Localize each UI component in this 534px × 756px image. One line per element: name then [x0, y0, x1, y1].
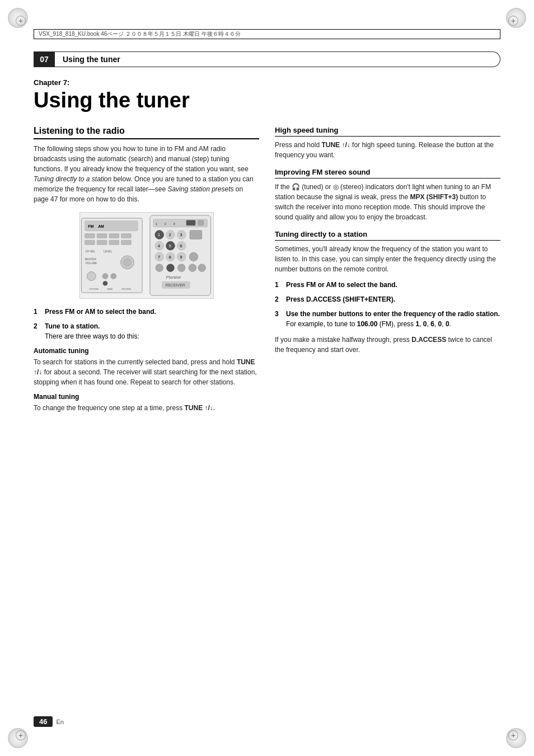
- svg-text:LEVEL: LEVEL: [104, 250, 113, 253]
- svg-point-52: [155, 264, 163, 272]
- svg-text:RETURN: RETURN: [121, 288, 131, 290]
- svg-point-53: [166, 264, 174, 272]
- step-2-num: 2: [34, 321, 41, 341]
- fm-stereo-text: If the 🎧 (tuned) or ◎ (stereo) indicator…: [275, 182, 500, 222]
- direct-step-3-content: Use the number buttons to enter the freq…: [286, 309, 500, 329]
- svg-text:1: 1: [155, 222, 157, 226]
- direct-step-1-text: Press FM or AM to select the band.: [286, 280, 397, 290]
- chapter-number: 07: [34, 51, 55, 67]
- high-speed-text: Press and hold TUNE ↑/↓ for high speed t…: [275, 140, 500, 160]
- main-content: Chapter 7: Using the tuner Listening to …: [34, 78, 500, 711]
- step-2-content: Tune to a station. There are three ways …: [45, 321, 139, 341]
- svg-text:2: 2: [168, 232, 171, 237]
- auto-tuning-text: To search for stations in the currently …: [34, 357, 259, 387]
- step-2: 2 Tune to a station. There are three way…: [34, 321, 259, 341]
- svg-rect-8: [85, 240, 95, 245]
- svg-text:4: 4: [157, 243, 160, 248]
- chapter-title: Using the tuner: [34, 89, 500, 112]
- svg-rect-11: [121, 240, 131, 245]
- svg-text:HDMI: HDMI: [106, 288, 112, 290]
- manual-tuning-heading: Manual tuning: [34, 393, 259, 401]
- svg-point-17: [123, 258, 132, 267]
- svg-text:FM: FM: [88, 224, 93, 228]
- direct-step-3-num: 3: [275, 309, 283, 329]
- corner-mark-tr: [508, 16, 518, 26]
- auto-tuning-heading: Automatic tuning: [34, 347, 259, 355]
- direct-step-2: 2 Press D.ACCESS (SHIFT+ENTER).: [275, 294, 500, 304]
- svg-text:8: 8: [168, 255, 171, 260]
- device-image: FM AM CH SEL LEVEL MASTER: [79, 212, 214, 299]
- intro-paragraph: The following steps show you how to tune…: [34, 144, 259, 204]
- svg-rect-31: [198, 220, 203, 226]
- manual-tuning-text: To change the frequency one step at a ti…: [34, 403, 259, 413]
- left-column: Listening to the radio The following ste…: [34, 126, 259, 711]
- direct-heading: Tuning directly to a station: [275, 230, 500, 241]
- direct-step-2-text: Press D.ACCESS (SHIFT+ENTER).: [286, 294, 395, 304]
- svg-text:Pioneer: Pioneer: [166, 275, 181, 280]
- meta-bar: VSX_918_818_KU.book 46ページ ２００８年５月１５日 木曜日…: [34, 29, 500, 39]
- svg-point-55: [189, 264, 196, 272]
- svg-text:3: 3: [180, 232, 182, 237]
- svg-point-21: [103, 281, 107, 285]
- svg-text:1: 1: [157, 232, 160, 237]
- direct-step-2-num: 2: [275, 294, 283, 304]
- svg-text:AM: AM: [98, 224, 104, 228]
- file-info: VSX_918_818_KU.book 46ページ ２００８年５月１５日 木曜日…: [39, 30, 241, 38]
- two-column-layout: Listening to the radio The following ste…: [34, 126, 500, 711]
- svg-rect-6: [109, 233, 119, 238]
- corner-mark-bl: [16, 730, 26, 740]
- svg-text:RECEIVER: RECEIVER: [165, 283, 185, 287]
- right-column: High speed tuning Press and hold TUNE ↑/…: [275, 126, 500, 711]
- svg-point-56: [198, 264, 205, 272]
- svg-point-54: [177, 264, 185, 272]
- svg-text:MASTER: MASTER: [85, 258, 96, 261]
- page-language: En: [56, 719, 63, 725]
- svg-point-51: [189, 252, 198, 261]
- high-speed-heading: High speed tuning: [275, 126, 500, 137]
- svg-rect-9: [97, 240, 107, 245]
- direct-note: If you make a mistake halfway through, p…: [275, 335, 500, 355]
- svg-text:2: 2: [164, 222, 166, 226]
- step-1: 1 Press FM or AM to select the band.: [34, 307, 259, 317]
- svg-text:7: 7: [157, 255, 160, 260]
- fm-stereo-heading: Improving FM stereo sound: [275, 168, 500, 179]
- svg-rect-7: [121, 233, 131, 238]
- page-footer: 46 En: [34, 716, 64, 727]
- svg-rect-5: [97, 233, 107, 238]
- step-1-num: 1: [34, 307, 41, 317]
- svg-rect-30: [186, 220, 195, 226]
- svg-text:6: 6: [180, 243, 182, 248]
- step-1-text: Press FM or AM to select the band.: [45, 307, 156, 317]
- direct-step-3: 3 Use the number buttons to enter the fr…: [275, 309, 500, 329]
- svg-point-18: [87, 271, 96, 280]
- svg-text:VOLUME: VOLUME: [85, 262, 97, 265]
- svg-rect-38: [189, 230, 202, 239]
- direct-intro: Sometimes, you'll already know the frequ…: [275, 244, 500, 274]
- svg-text:5: 5: [168, 243, 171, 248]
- corner-mark-br: [508, 730, 518, 740]
- chapter-bar-title: Using the tuner: [55, 51, 500, 67]
- svg-point-20: [110, 273, 116, 279]
- direct-step-1: 1 Press FM or AM to select the band.: [275, 280, 500, 290]
- svg-rect-10: [109, 240, 119, 245]
- svg-point-19: [102, 273, 108, 279]
- page-number: 46: [34, 716, 53, 727]
- chapter-label: Chapter 7:: [34, 78, 500, 87]
- svg-rect-4: [85, 233, 95, 238]
- svg-text:9: 9: [180, 255, 182, 260]
- corner-mark-tl: [16, 16, 26, 26]
- direct-step-1-num: 1: [275, 280, 283, 290]
- listening-section-heading: Listening to the radio: [34, 126, 259, 139]
- chapter-bar: 07 Using the tuner: [34, 51, 500, 67]
- svg-text:SYSTEM: SYSTEM: [89, 288, 98, 290]
- svg-text:CH SEL: CH SEL: [85, 250, 95, 253]
